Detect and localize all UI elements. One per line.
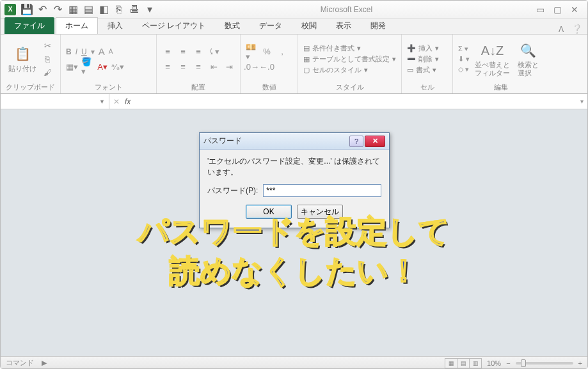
group-cells-label: セル xyxy=(407,81,447,92)
tab-formulas[interactable]: 数式 xyxy=(215,17,250,34)
indent-dec-icon[interactable]: ⇤ xyxy=(208,61,219,73)
redo-icon[interactable]: ↷ xyxy=(51,3,65,17)
orientation-icon[interactable]: ⤹▾ xyxy=(208,46,219,58)
quick-access-toolbar: X 💾 ↶ ↷ ▦ ▤ ◧ ⎘ 🖶 ▾ xyxy=(4,3,157,17)
macro-record-icon[interactable]: ▶ xyxy=(42,359,47,367)
sort-icon: A↓Z xyxy=(484,42,502,59)
format-as-table-button[interactable]: ▦テーブルとして書式設定 ▾ xyxy=(303,54,396,65)
zoom-slider[interactable] xyxy=(516,362,573,365)
overlay-line2: 読めなくしたい！ xyxy=(1,251,587,291)
align-bottom-icon[interactable]: ≡ xyxy=(193,46,204,58)
tab-page-layout[interactable]: ページ レイアウト xyxy=(132,17,215,34)
group-cells: ➕挿入 ▾ ➖削除 ▾ ▭書式 ▾ セル xyxy=(402,35,453,93)
align-right-icon[interactable]: ≡ xyxy=(193,61,204,73)
grow-font-button[interactable]: A xyxy=(99,46,105,57)
dialog-help-icon[interactable]: ? xyxy=(349,136,363,147)
cancel-formula-icon[interactable]: ✕ xyxy=(113,97,120,106)
delete-icon: ➖ xyxy=(407,55,416,63)
password-input[interactable] xyxy=(263,184,381,197)
group-font-label: フォント xyxy=(66,81,151,92)
insert-cells-button[interactable]: ➕挿入 ▾ xyxy=(407,43,439,54)
percent-icon[interactable]: % xyxy=(261,46,273,58)
font-color-icon[interactable]: A▾ xyxy=(97,61,108,72)
chevron-down-icon[interactable]: ▼ xyxy=(99,98,105,105)
help-icon[interactable]: ❔ xyxy=(566,24,587,34)
close-icon[interactable]: ✕ xyxy=(571,4,578,15)
clear-icon[interactable]: ◇ ▾ xyxy=(458,65,470,74)
align-center-icon[interactable]: ≡ xyxy=(177,61,189,73)
zoom-out-icon[interactable]: − xyxy=(506,359,510,367)
dialog-close-icon[interactable]: ✕ xyxy=(365,136,385,147)
paste-label: 貼り付け xyxy=(8,64,36,74)
align-left-icon[interactable]: ≡ xyxy=(162,61,173,73)
dialog-titlebar[interactable]: パスワード ? ✕ xyxy=(200,133,389,150)
group-number: 💴▾ % , .0→ ←.0 数値 xyxy=(241,35,298,93)
tab-file[interactable]: ファイル xyxy=(4,17,54,34)
paste-button[interactable]: 📋 貼り付け xyxy=(6,43,39,75)
align-top-icon[interactable]: ≡ xyxy=(162,46,173,58)
copy-icon[interactable]: ⎘ xyxy=(42,54,53,65)
cut-icon[interactable]: ✂ xyxy=(42,40,53,52)
conditional-format-button[interactable]: ▤条件付き書式 ▾ xyxy=(303,43,396,54)
status-command: コマンド xyxy=(6,358,34,368)
overlay-line1: パスワードを設定して xyxy=(1,212,587,251)
dialog-message: 'エクセルのパスワード設定、変更...' は保護されています。 xyxy=(207,156,381,178)
name-box[interactable]: ▼ xyxy=(1,94,109,109)
comma-icon[interactable]: , xyxy=(276,46,288,58)
bold-button[interactable]: B xyxy=(66,47,72,56)
fill-color-icon[interactable]: 🪣▾ xyxy=(81,61,93,72)
print-icon[interactable]: 🖶 xyxy=(127,3,141,17)
decrease-decimal-icon[interactable]: ←.0 xyxy=(261,61,273,73)
view-page-break-icon[interactable]: ▥ xyxy=(469,358,482,368)
sort-filter-button[interactable]: A↓Z 並べ替えと フィルター xyxy=(472,40,513,77)
fx-icon[interactable]: fx xyxy=(125,97,131,106)
ribbon-collapse-icon[interactable]: ᐱ xyxy=(559,25,566,34)
expand-formula-icon[interactable]: ▾ xyxy=(580,98,584,105)
group-styles-label: スタイル xyxy=(303,81,396,92)
cell-style-icon: ▢ xyxy=(303,66,310,74)
save-icon[interactable]: 💾 xyxy=(20,3,34,17)
format-painter-icon[interactable]: 🖌 xyxy=(42,67,53,79)
conditional-icon: ▤ xyxy=(303,44,310,52)
qat-icon-1[interactable]: ▦ xyxy=(66,3,80,17)
zoom-in-icon[interactable]: + xyxy=(578,359,582,367)
tab-view[interactable]: 表示 xyxy=(326,17,361,34)
format-cells-button[interactable]: ▭書式 ▾ xyxy=(407,65,439,75)
tab-insert[interactable]: 挿入 xyxy=(98,17,132,34)
phonetic-icon[interactable]: ᵃ⁄ₐ▾ xyxy=(112,61,123,72)
shrink-font-button[interactable]: A xyxy=(109,48,113,55)
group-styles: ▤条件付き書式 ▾ ▦テーブルとして書式設定 ▾ ▢セルのスタイル ▾ スタイル xyxy=(298,35,402,93)
increase-decimal-icon[interactable]: .0→ xyxy=(246,61,257,73)
view-normal-icon[interactable]: ▦ xyxy=(445,358,457,368)
delete-cells-button[interactable]: ➖削除 ▾ xyxy=(407,54,439,65)
cell-styles-button[interactable]: ▢セルのスタイル ▾ xyxy=(303,65,396,75)
view-buttons: ▦ ▤ ▥ xyxy=(445,358,482,368)
minimize-icon[interactable]: ▭ xyxy=(536,4,544,15)
find-select-button[interactable]: 🔍 検索と 選択 xyxy=(515,40,541,77)
underline-button[interactable]: U xyxy=(81,47,87,56)
border-icon[interactable]: ▦▾ xyxy=(66,61,77,72)
group-editing: Σ ▾ ⬇ ▾ ◇ ▾ A↓Z 並べ替えと フィルター 🔍 検索と 選択 編集 xyxy=(453,35,549,93)
view-page-layout-icon[interactable]: ▤ xyxy=(457,358,470,368)
excel-logo-icon: X xyxy=(4,4,16,15)
indent-inc-icon[interactable]: ⇥ xyxy=(223,61,235,73)
tab-data[interactable]: データ xyxy=(250,17,292,34)
qat-icon-2[interactable]: ▤ xyxy=(81,3,95,17)
tab-developer[interactable]: 開発 xyxy=(361,17,395,34)
italic-button[interactable]: I xyxy=(75,47,77,56)
zoom-level[interactable]: 10% xyxy=(487,359,501,367)
qat-icon-4[interactable]: ⎘ xyxy=(112,3,126,17)
undo-icon[interactable]: ↶ xyxy=(35,3,49,17)
formula-bar: ▼ ✕ fx ▾ xyxy=(1,94,587,109)
maximize-icon[interactable]: ▢ xyxy=(553,4,562,15)
qat-icon-3[interactable]: ◧ xyxy=(97,3,111,17)
autosum-icon[interactable]: Σ ▾ xyxy=(458,45,470,53)
qat-more-icon[interactable]: ▾ xyxy=(143,3,157,17)
tab-home[interactable]: ホーム xyxy=(56,17,98,34)
tab-review[interactable]: 校閲 xyxy=(292,17,326,34)
window-controls: ▭ ▢ ✕ xyxy=(536,4,584,15)
currency-icon[interactable]: 💴▾ xyxy=(246,46,257,58)
table-icon: ▦ xyxy=(303,55,310,63)
fill-icon[interactable]: ⬇ ▾ xyxy=(458,55,470,63)
align-middle-icon[interactable]: ≡ xyxy=(177,46,189,58)
